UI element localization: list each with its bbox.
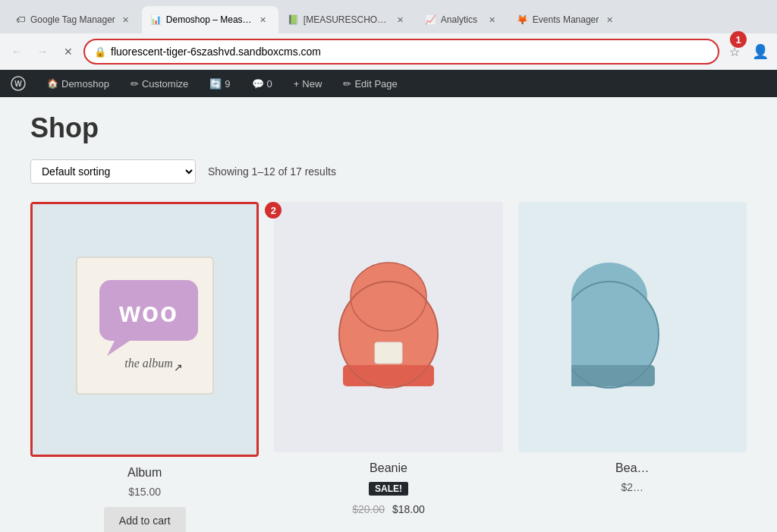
product-image-beanie2 (518, 202, 747, 452)
product-price-beanie: $20.00 $18.00 (274, 503, 502, 515)
tab-favicon-measureschool: 📗 (288, 14, 299, 25)
tab-close-analytics[interactable]: ✕ (486, 14, 499, 26)
tab-close-events[interactable]: ✕ (603, 14, 615, 26)
svg-text:W: W (14, 80, 22, 88)
tab-favicon-gtm: 🏷 (15, 14, 26, 25)
sale-price-beanie: $18.00 (392, 503, 425, 515)
beanie-image-bg (274, 202, 502, 452)
comments-icon: 💬 (252, 78, 264, 90)
wp-logo-button[interactable]: W (6, 73, 30, 94)
tab-title-demoshop: Demoshop – Measur… (166, 14, 253, 25)
album-art-svg: woo the album ↗ (61, 246, 228, 413)
demoshop-label: Demoshop (61, 78, 109, 90)
address-text: fluorescent-tiger-6szashvd.sandboxcms.co… (111, 46, 709, 58)
demoshop-icon: 🏠 (47, 78, 58, 89)
tab-title-measureschool: [MEASURESCHOOL] (304, 14, 390, 25)
edit-page-icon: ✏ (343, 78, 351, 90)
annotation-badge-1: 1 (730, 31, 747, 48)
admin-demoshop[interactable]: 🏠 Demoshop (42, 75, 114, 93)
product-price-album: $15.00 (30, 486, 259, 498)
page-content: Shop Default sorting Sort by popularity … (0, 97, 777, 532)
original-price-beanie: $20.00 (352, 503, 385, 515)
tab-events[interactable]: 🦊 Events Manager ✕ (508, 6, 624, 33)
album-image-bg: woo the album ↗ (33, 204, 256, 455)
profile-menu-icon[interactable]: 👤 (750, 41, 771, 62)
tab-bar: 🏷 Google Tag Manager ✕ 📊 Demoshop – Meas… (0, 0, 777, 33)
page-title: Shop (30, 112, 747, 144)
customize-label: Customize (142, 78, 188, 90)
product-grid: 2 woo (30, 202, 747, 532)
admin-new[interactable]: + New (289, 75, 327, 93)
product-name-beanie: Beanie (274, 461, 502, 475)
beanie2-art-svg (571, 251, 693, 403)
results-text: Showing 1–12 of 17 results (208, 165, 336, 178)
add-to-cart-album[interactable]: Add to cart (104, 507, 186, 532)
product-card-album[interactable]: 2 woo (30, 202, 259, 532)
tab-favicon-analytics: 📈 (426, 14, 436, 25)
svg-text:woo: woo (118, 297, 178, 328)
admin-customize[interactable]: ✏ Customize (126, 75, 193, 93)
tab-favicon-demoshop: 📊 (151, 14, 162, 25)
beanie2-image-bg (518, 202, 747, 452)
lock-icon: 🔒 (94, 46, 106, 58)
address-area: 🔒 fluorescent-tiger-6szashvd.sandboxcms.… (83, 39, 719, 65)
product-name-beanie2: Bea… (518, 461, 747, 475)
tab-close-demoshop[interactable]: ✕ (257, 14, 269, 26)
back-button[interactable]: ← (6, 41, 27, 62)
comments-count: 0 (267, 78, 272, 90)
svg-rect-16 (571, 365, 655, 386)
product-card-beanie2[interactable]: Bea… $2… (518, 202, 747, 532)
wp-admin-bar: W 🏠 Demoshop ✏ Customize 🔄 9 💬 0 + New ✏… (0, 70, 777, 97)
admin-edit-page[interactable]: ✏ Edit Page (338, 75, 401, 93)
updates-count: 9 (225, 78, 230, 90)
admin-comments[interactable]: 💬 0 (247, 75, 277, 93)
sort-row: Default sorting Sort by popularity Sort … (30, 159, 747, 184)
browser-window: 🏷 Google Tag Manager ✕ 📊 Demoshop – Meas… (0, 0, 777, 532)
svg-text:the    album: the album (124, 357, 173, 370)
new-icon: + (294, 78, 300, 90)
address-bar-row: ← → ✕ 🔒 fluorescent-tiger-6szashvd.sandb… (0, 33, 777, 70)
admin-updates[interactable]: 🔄 9 (205, 75, 234, 93)
tab-close-gtm[interactable]: ✕ (120, 14, 132, 26)
product-name-album: Album (30, 466, 259, 480)
updates-icon: 🔄 (209, 78, 222, 90)
svg-point-15 (571, 263, 647, 331)
tab-measureschool[interactable]: 📗 [MEASURESCHOOL] ✕ (279, 6, 416, 33)
tab-title-gtm: Google Tag Manager (30, 14, 115, 25)
forward-button[interactable]: → (32, 41, 53, 62)
edit-page-label: Edit Page (354, 78, 397, 90)
new-label: New (302, 78, 322, 90)
sale-badge-beanie: SALE! (369, 482, 408, 496)
tab-demoshop[interactable]: 📊 Demoshop – Measur… ✕ (142, 6, 278, 33)
reload-button[interactable]: ✕ (58, 41, 79, 62)
wp-logo-icon: W (11, 76, 26, 91)
tab-favicon-events: 🦊 (517, 14, 528, 25)
sort-select[interactable]: Default sorting Sort by popularity Sort … (30, 159, 196, 184)
tab-title-events: Events Manager (533, 14, 599, 25)
product-image-album: woo the album ↗ (30, 202, 259, 457)
tab-analytics[interactable]: 📈 Analytics ✕ (417, 6, 508, 33)
beanie-art-svg (320, 251, 457, 403)
customize-icon: ✏ (131, 78, 139, 90)
product-image-beanie (274, 202, 502, 452)
product-card-beanie[interactable]: Beanie SALE! $20.00 $18.00 (274, 202, 502, 532)
address-box[interactable]: 🔒 fluorescent-tiger-6szashvd.sandboxcms.… (83, 39, 719, 65)
svg-text:↗: ↗ (174, 361, 183, 373)
tab-close-measureschool[interactable]: ✕ (395, 14, 407, 26)
tab-gtm[interactable]: 🏷 Google Tag Manager ✕ (6, 6, 141, 33)
product-price-beanie2: $2… (518, 481, 747, 493)
tab-title-analytics: Analytics (441, 14, 482, 25)
svg-rect-10 (375, 342, 402, 364)
